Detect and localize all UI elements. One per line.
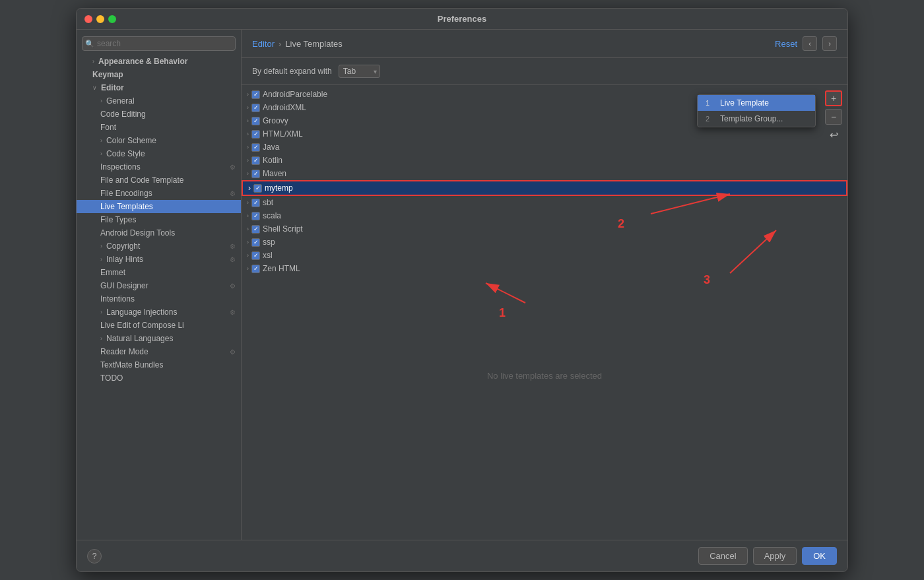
chevron-down-icon: ∨	[92, 84, 97, 91]
sidebar-item-file-types[interactable]: File Types	[77, 213, 241, 226]
sidebar-item-label: Code Editing	[100, 110, 146, 119]
group-label: Kotlin	[263, 156, 282, 165]
sidebar-item-reader-mode[interactable]: Reader Mode ⚙	[77, 345, 241, 358]
traffic-lights	[84, 15, 116, 23]
group-label: Maven	[263, 169, 286, 178]
sidebar-item-todo[interactable]: TODO	[77, 371, 241, 385]
chevron-right-icon: ›	[247, 252, 249, 259]
sidebar-item-gui-designer[interactable]: GUI Designer ⚙	[77, 279, 241, 292]
gear-icon: ⚙	[230, 348, 236, 356]
breadcrumb-current: Live Templates	[285, 39, 342, 49]
template-group-maven[interactable]: › ✓ Maven	[242, 167, 847, 180]
sidebar-item-copyright[interactable]: › Copyright ⚙	[77, 240, 241, 253]
dropdown-item-template-group[interactable]: 2 Template Group...	[698, 111, 815, 127]
help-button[interactable]: ?	[87, 549, 102, 564]
sidebar-item-appearance[interactable]: › Appearance & Behavior	[77, 55, 241, 68]
chevron-right-icon: ›	[247, 239, 249, 245]
template-group-java[interactable]: › ✓ Java	[242, 141, 847, 154]
ok-button[interactable]: OK	[802, 547, 837, 565]
sidebar-item-language-injections[interactable]: › Language Injections ⚙	[77, 306, 241, 319]
sidebar-item-label: Android Design Tools	[100, 228, 175, 238]
remove-button[interactable]: −	[825, 109, 842, 125]
cancel-button[interactable]: Cancel	[698, 547, 747, 565]
sidebar-item-label: Code Style	[106, 149, 145, 158]
sidebar-item-emmet[interactable]: Emmet	[77, 266, 241, 279]
template-group-ssp[interactable]: › ✓ ssp	[242, 236, 847, 249]
reset-button[interactable]: Reset	[775, 39, 797, 49]
checkbox-icon[interactable]: ✓	[251, 251, 260, 260]
template-group-kotlin[interactable]: › ✓ Kotlin	[242, 154, 847, 167]
checkbox-icon[interactable]: ✓	[251, 199, 260, 207]
sidebar-item-inlay-hints[interactable]: › Inlay Hints ⚙	[77, 253, 241, 266]
dropdown-item-live-template[interactable]: 1 Live Template	[698, 95, 815, 111]
checkbox-icon[interactable]: ✓	[251, 225, 260, 234]
sidebar-item-live-edit-compose[interactable]: Live Edit of Compose Li	[77, 319, 241, 332]
group-label: AndroidParcelable	[263, 90, 327, 99]
breadcrumb-parent[interactable]: Editor	[252, 39, 275, 49]
checkbox-icon[interactable]: ✓	[251, 212, 260, 220]
sidebar-item-live-templates[interactable]: Live Templates	[77, 200, 241, 213]
group-label: sbt	[263, 198, 273, 207]
undo-button[interactable]: ↩	[825, 127, 842, 143]
sidebar-item-label: Inspections	[100, 162, 141, 172]
template-group-scala[interactable]: › ✓ scala	[242, 209, 847, 222]
group-label: Shell Script	[263, 224, 303, 234]
sidebar-item-label: Emmet	[100, 268, 125, 277]
checkbox-icon[interactable]: ✓	[251, 130, 260, 139]
expand-with-select-wrapper[interactable]: Tab Enter Space	[339, 65, 380, 78]
sidebar-item-color-scheme[interactable]: › Color Scheme	[77, 134, 241, 147]
sidebar-item-code-editing[interactable]: Code Editing	[77, 108, 241, 121]
checkbox-icon[interactable]: ✓	[251, 143, 260, 152]
sidebar-item-keymap[interactable]: Keymap	[77, 68, 241, 81]
expand-with-select[interactable]: Tab Enter Space	[339, 65, 380, 78]
sidebar-item-label: Copyright	[106, 242, 140, 251]
chevron-right-icon: ›	[100, 309, 102, 315]
sidebar-item-intentions[interactable]: Intentions	[77, 292, 241, 306]
template-group-zen-html[interactable]: › ✓ Zen HTML	[242, 262, 847, 275]
apply-button[interactable]: Apply	[753, 547, 797, 565]
checkbox-icon[interactable]: ✓	[251, 117, 260, 125]
action-buttons: + 1 Live Template 2 Template Group...	[825, 90, 842, 143]
sidebar-item-natural-languages[interactable]: › Natural Languages	[77, 332, 241, 345]
sidebar-item-label: Editor	[101, 83, 124, 92]
template-group-sbt[interactable]: › ✓ sbt	[242, 196, 847, 209]
checkbox-icon[interactable]: ✓	[251, 170, 260, 178]
sidebar-item-file-code-template[interactable]: File and Code Template	[77, 174, 241, 187]
search-box[interactable]: 🔍	[82, 36, 236, 51]
checkbox-icon[interactable]: ✓	[251, 90, 260, 99]
sidebar-item-editor[interactable]: ∨ Editor	[77, 81, 241, 94]
sidebar: 🔍 › Appearance & Behavior Keymap ∨ Edito…	[77, 30, 242, 540]
sidebar-item-font[interactable]: Font	[77, 121, 241, 134]
checkbox-icon[interactable]: ✓	[253, 184, 262, 193]
minimize-button[interactable]	[96, 15, 104, 23]
sidebar-item-inspections[interactable]: Inspections ⚙	[77, 160, 241, 174]
sidebar-item-code-style[interactable]: › Code Style	[77, 147, 241, 160]
breadcrumb: Editor › Live Templates	[252, 39, 343, 49]
sidebar-item-textmate-bundles[interactable]: TextMate Bundles	[77, 358, 241, 371]
sidebar-item-file-encodings[interactable]: File Encodings ⚙	[77, 187, 241, 200]
search-input[interactable]	[82, 36, 236, 51]
checkbox-icon[interactable]: ✓	[251, 156, 260, 165]
checkbox-icon[interactable]: ✓	[251, 104, 260, 112]
main-content: Editor › Live Templates Reset ‹ › By def…	[242, 30, 847, 540]
template-group-shell-script[interactable]: › ✓ Shell Script	[242, 222, 847, 236]
sidebar-item-label: TextMate Bundles	[100, 360, 163, 370]
search-icon: 🔍	[85, 40, 94, 48]
sidebar-item-label: Color Scheme	[106, 136, 156, 145]
template-group-html-xml[interactable]: › ✓ HTML/XML	[242, 127, 847, 141]
gear-icon: ⚙	[230, 190, 236, 197]
back-button[interactable]: ‹	[803, 36, 817, 51]
title-bar: Preferences	[77, 9, 847, 30]
forward-button[interactable]: ›	[822, 36, 837, 51]
template-group-mytemp[interactable]: › ✓ mytemp	[242, 180, 847, 196]
maximize-button[interactable]	[108, 15, 116, 23]
close-button[interactable]	[84, 15, 92, 23]
dialog-footer: ? Cancel Apply OK	[77, 540, 847, 571]
checkbox-icon[interactable]: ✓	[251, 238, 260, 247]
template-group-xsl[interactable]: › ✓ xsl	[242, 249, 847, 262]
sidebar-item-android-design-tools[interactable]: Android Design Tools	[77, 226, 241, 240]
add-button[interactable]: +	[825, 90, 842, 106]
sidebar-item-general[interactable]: › General	[77, 94, 241, 108]
chevron-right-icon: ›	[247, 91, 249, 98]
checkbox-icon[interactable]: ✓	[251, 265, 260, 273]
